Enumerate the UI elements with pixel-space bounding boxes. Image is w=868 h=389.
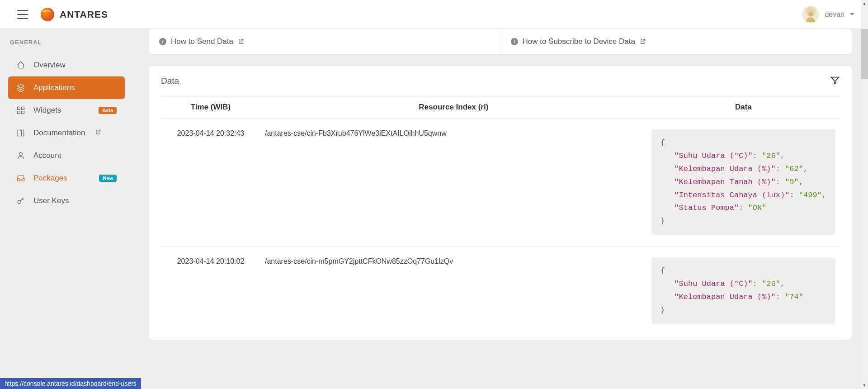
sidebar-item-applications[interactable]: Applications [8,76,125,99]
data-panel-title: Data [161,76,179,86]
username-label: devan [825,10,844,19]
data-table: Time (WIB) Resource Index (ri) Data 2023… [161,96,840,335]
user-menu[interactable]: devan [802,6,854,23]
brand-logo-link[interactable]: ANTARES [41,8,108,21]
json-payload: { "Suhu Udara (°C)": "26", "Kelembapan U… [651,257,835,324]
user-icon [16,151,25,160]
cell-data: { "Suhu Udara (°C)": "26", "Kelembapan U… [647,119,840,247]
table-row: 2023-04-14 20:10:02/antares-cse/cin-m5pm… [161,247,840,335]
help-links-row: i How to Send Data i How to Subscribe to… [149,29,852,54]
table-header-row: Time (WIB) Resource Index (ri) Data [161,96,840,119]
sidebar-item-label: Documentation [33,128,85,138]
sidebar-item-label: Overview [33,61,66,70]
svg-rect-1 [18,107,20,110]
svg-rect-3 [18,111,20,114]
sidebar: GENERAL Overview Applications [0,29,133,389]
svg-point-5 [19,152,23,156]
sidebar-item-packages[interactable]: Packages New [8,167,125,190]
sidebar-section-title: GENERAL [8,39,125,54]
scroll-down-arrow[interactable]: ▼ [861,382,868,389]
col-time: Time (WIB) [161,96,260,119]
help-link-label: How to Send Data [171,37,233,46]
info-icon: i [159,38,166,45]
topbar-left: ANTARES [17,8,108,21]
sidebar-item-overview[interactable]: Overview [8,54,125,76]
key-icon [16,196,25,205]
svg-point-0 [808,12,813,16]
layers-icon [16,83,25,92]
vertical-scrollbar[interactable]: ▲ ▼ [861,0,868,389]
badge-new: New [99,175,117,182]
sidebar-item-label: User Keys [33,196,69,205]
cell-resource-index: /antares-cse/cin-m5pmGY2jpttCFkONw85zzOq… [260,247,647,335]
sidebar-item-user-keys[interactable]: User Keys [8,190,125,212]
external-link-icon [238,38,244,45]
scroll-up-arrow[interactable]: ▲ [861,0,868,7]
help-subscribe-link[interactable]: i How to Subscribe to Device Data [500,29,852,54]
cell-data: { "Suhu Udara (°C)": "26", "Kelembapan U… [647,247,840,335]
external-link-icon [95,128,101,138]
col-data: Data [647,96,840,119]
sidebar-item-documentation[interactable]: Documentation [8,122,125,144]
svg-rect-4 [22,111,24,114]
brand-name: ANTARES [60,9,108,20]
filter-button[interactable] [830,75,840,87]
data-panel: Data Time (WIB) Resource Index (ri) Data… [149,66,852,340]
help-link-label: How to Subscribe to Device Data [523,37,635,46]
info-icon: i [511,38,518,45]
col-ri: Resource Index (ri) [260,96,647,119]
main-content: i How to Send Data i How to Subscribe to… [133,29,868,389]
help-send-data-link[interactable]: i How to Send Data [149,29,500,54]
data-panel-header: Data [149,66,852,96]
avatar [802,6,819,23]
sidebar-item-widgets[interactable]: Widgets Beta [8,99,125,122]
svg-rect-2 [22,107,24,110]
sidebar-item-label: Widgets [33,106,61,115]
cell-time: 2023-04-14 20:32:43 [161,119,260,247]
inbox-icon [16,174,25,183]
sidebar-item-label: Packages [33,174,67,183]
book-icon [16,128,25,138]
chevron-down-icon [850,13,854,15]
scroll-thumb[interactable] [861,29,868,79]
sidebar-item-label: Account [33,151,61,160]
cell-time: 2023-04-14 20:10:02 [161,247,260,335]
status-bar-url: https://console.antares.id/dashboard/end… [0,378,141,389]
topbar: ANTARES devan [0,0,868,29]
badge-beta: Beta [99,107,117,114]
home-icon [16,61,25,70]
table-row: 2023-04-14 20:32:43/antares-cse/cin-Fb3X… [161,119,840,247]
sidebar-item-account[interactable]: Account [8,144,125,167]
menu-toggle-button[interactable] [17,10,28,19]
cell-resource-index: /antares-cse/cin-Fb3Xrub476YlWe3iEXtAILO… [260,119,647,247]
grid-icon [16,106,25,115]
sidebar-item-label: Applications [33,83,75,92]
json-payload: { "Suhu Udara (°C)": "26", "Kelembapan U… [651,129,835,235]
svg-point-6 [18,200,21,204]
external-link-icon [640,38,646,45]
globe-icon [41,8,54,21]
